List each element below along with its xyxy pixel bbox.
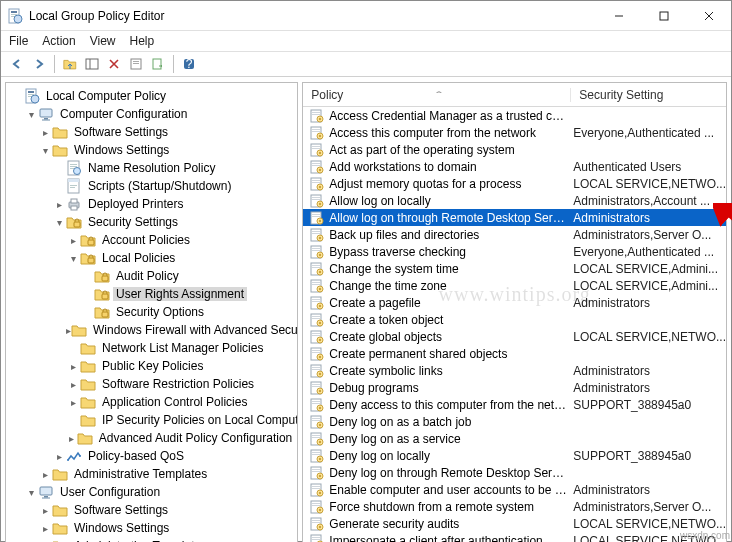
folder-icon [80, 394, 96, 410]
tree-scripts[interactable]: Scripts (Startup/Shutdown) [10, 177, 297, 195]
tree-name-resolution-policy[interactable]: Name Resolution Policy [10, 159, 297, 177]
properties-button[interactable] [126, 54, 146, 74]
chevron-down-icon[interactable]: ▾ [52, 215, 66, 229]
delete-button[interactable] [104, 54, 124, 74]
folder-icon [80, 358, 96, 374]
show-hide-tree-button[interactable] [82, 54, 102, 74]
tree-advanced-audit-policy-configuration[interactable]: ▸ Advanced Audit Policy Configuration [10, 429, 297, 447]
chevron-right-icon[interactable]: ▸ [66, 359, 80, 373]
tree-label: Computer Configuration [57, 107, 190, 121]
chevron-right-icon[interactable]: ▸ [66, 395, 80, 409]
tree-audit-policy[interactable]: Audit Policy [10, 267, 297, 285]
tree-windows-settings[interactable]: ▾ Windows Settings [10, 141, 297, 159]
policy-row[interactable]: Deny log on as a service [303, 430, 726, 447]
policy-row[interactable]: Bypass traverse checkingEveryone,Authent… [303, 243, 726, 260]
chevron-down-icon[interactable]: ▾ [38, 143, 52, 157]
chevron-down-icon[interactable]: ▾ [24, 485, 38, 499]
policy-row[interactable]: Adjust memory quotas for a processLOCAL … [303, 175, 726, 192]
up-one-level-button[interactable] [60, 54, 80, 74]
chevron-down-icon[interactable]: ▾ [66, 251, 80, 265]
tree-uc-windows-settings[interactable]: ▸ Windows Settings [10, 519, 297, 537]
column-headers: Policy Security Setting [303, 83, 726, 107]
tree-uc-software-settings[interactable]: ▸ Software Settings [10, 501, 297, 519]
policy-row[interactable]: Allow log on through Remote Desktop Serv… [303, 209, 726, 226]
nav-forward-button[interactable] [29, 54, 49, 74]
policy-row[interactable]: Impersonate a client after authenticatio… [303, 532, 726, 542]
chevron-right-icon[interactable]: ▸ [66, 377, 80, 391]
policy-name: Allow log on locally [329, 194, 573, 208]
policy-row[interactable]: Access this computer from the networkEve… [303, 124, 726, 141]
chevron-right-icon[interactable]: ▸ [52, 449, 66, 463]
tree-local-policies[interactable]: ▾ Local Policies [10, 249, 297, 267]
column-policy[interactable]: Policy [303, 88, 571, 102]
policy-row[interactable]: Back up files and directoriesAdministrat… [303, 226, 726, 243]
policy-row[interactable]: Create permanent shared objects [303, 345, 726, 362]
help-button[interactable]: ? [179, 54, 199, 74]
tree-public-key-policies[interactable]: ▸ Public Key Policies [10, 357, 297, 375]
policy-row[interactable]: Debug programsAdministrators [303, 379, 726, 396]
chevron-right-icon[interactable]: ▸ [66, 233, 80, 247]
policy-security-setting: LOCAL SERVICE,Admini... [573, 279, 726, 293]
policy-row[interactable]: Deny log on as a batch job [303, 413, 726, 430]
tree-computer-configuration[interactable]: ▾ Computer Configuration [10, 105, 297, 123]
chevron-down-icon[interactable]: ▾ [24, 107, 38, 121]
tree-user-configuration[interactable]: ▾ User Configuration [10, 483, 297, 501]
policy-row[interactable]: Create symbolic linksAdministrators [303, 362, 726, 379]
tree-software-settings[interactable]: ▸ Software Settings [10, 123, 297, 141]
minimize-button[interactable] [596, 1, 641, 30]
chevron-right-icon[interactable]: ▸ [66, 431, 77, 445]
tree-software-restriction-policies[interactable]: ▸ Software Restriction Policies [10, 375, 297, 393]
menu-view[interactable]: View [90, 34, 116, 48]
tree-windows-firewall[interactable]: ▸ Windows Firewall with Advanced Securit… [10, 321, 297, 339]
menu-help[interactable]: Help [130, 34, 155, 48]
chevron-right-icon[interactable]: ▸ [38, 503, 52, 517]
policy-row[interactable]: Change the time zoneLOCAL SERVICE,Admini… [303, 277, 726, 294]
policy-row[interactable]: Deny log on through Remote Desktop Servi… [303, 464, 726, 481]
tree-ip-security-policies[interactable]: IP Security Policies on Local Computer [10, 411, 297, 429]
titlebar: Local Group Policy Editor [1, 1, 731, 31]
tree-account-policies[interactable]: ▸ Account Policies [10, 231, 297, 249]
chevron-right-icon[interactable]: ▸ [38, 125, 52, 139]
policy-row[interactable]: Add workstations to domainAuthenticated … [303, 158, 726, 175]
tree-user-rights-assignment[interactable]: User Rights Assignment [10, 285, 297, 303]
chevron-right-icon[interactable]: ▸ [38, 467, 52, 481]
tree-deployed-printers[interactable]: ▸ Deployed Printers [10, 195, 297, 213]
column-security-setting[interactable]: Security Setting [571, 88, 726, 102]
chevron-right-icon[interactable]: ▸ [38, 521, 52, 535]
policy-name: Back up files and directories [329, 228, 573, 242]
policy-row[interactable]: Create a pagefileAdministrators [303, 294, 726, 311]
tree-administrative-templates[interactable]: ▸ Administrative Templates [10, 465, 297, 483]
policy-row[interactable]: Create global objectsLOCAL SERVICE,NETWO… [303, 328, 726, 345]
tree-application-control-policies[interactable]: ▸ Application Control Policies [10, 393, 297, 411]
policy-row[interactable]: Deny log on locallySUPPORT_388945a0 [303, 447, 726, 464]
policy-row[interactable]: Change the system timeLOCAL SERVICE,Admi… [303, 260, 726, 277]
policy-row[interactable]: Create a token object [303, 311, 726, 328]
chevron-right-icon[interactable]: ▸ [52, 197, 66, 211]
tree-label: Local Computer Policy [43, 89, 169, 103]
menu-file[interactable]: File [9, 34, 28, 48]
policy-tree[interactable]: Local Computer Policy ▾ Computer Configu… [6, 83, 297, 542]
policy-row[interactable]: Enable computer and user accounts to be … [303, 481, 726, 498]
policy-row[interactable]: Access Credential Manager as a trusted c… [303, 107, 726, 124]
tree-security-options[interactable]: Security Options [10, 303, 297, 321]
tree-uc-administrative-templates[interactable]: ▸ Administrative Templates [10, 537, 297, 542]
policy-row[interactable]: Force shutdown from a remote systemAdmin… [303, 498, 726, 515]
policy-row[interactable]: Act as part of the operating system [303, 141, 726, 158]
tree-security-settings[interactable]: ▾ Security Settings [10, 213, 297, 231]
policy-row[interactable]: Deny access to this computer from the ne… [303, 396, 726, 413]
close-button[interactable] [686, 1, 731, 30]
policy-security-setting: Administrators,Server O... [573, 228, 726, 242]
policy-row[interactable]: Generate security auditsLOCAL SERVICE,NE… [303, 515, 726, 532]
menu-action[interactable]: Action [42, 34, 75, 48]
tree-label: Windows Settings [71, 521, 172, 535]
tree-network-list-manager-policies[interactable]: Network List Manager Policies [10, 339, 297, 357]
policy-security-setting: Administrators [573, 364, 726, 378]
tree-policy-based-qos[interactable]: ▸ Policy-based QoS [10, 447, 297, 465]
tree-root[interactable]: Local Computer Policy [10, 87, 297, 105]
maximize-button[interactable] [641, 1, 686, 30]
policy-row[interactable]: Allow log on locallyAdministrators,Accou… [303, 192, 726, 209]
export-list-button[interactable] [148, 54, 168, 74]
policy-list[interactable]: Access Credential Manager as a trusted c… [303, 107, 726, 542]
expander-icon[interactable] [10, 89, 24, 103]
nav-back-button[interactable] [7, 54, 27, 74]
